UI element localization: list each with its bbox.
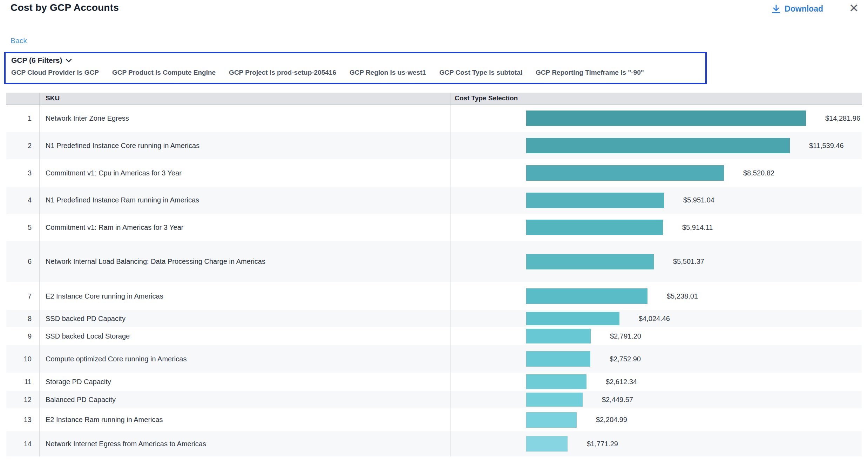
sku-label: N1 Predefined Instance Ram running in Am… [40, 187, 450, 214]
table-row[interactable]: 6 Network Internal Load Balancing: Data … [6, 241, 862, 282]
row-number: 6 [6, 241, 40, 282]
filter-chip[interactable]: GCP Region is us-west1 [350, 69, 426, 76]
table-row[interactable]: 2 N1 Predefined Instance Core running in… [6, 132, 862, 159]
cost-bar-cell: $5,238.01 [450, 282, 862, 310]
cost-value-label: $2,752.90 [610, 355, 641, 363]
row-number: 11 [6, 373, 40, 391]
row-number: 5 [6, 214, 40, 241]
download-button[interactable]: Download [772, 4, 823, 14]
table-row[interactable]: 13 E2 Instance Ram running in Americas $… [6, 408, 862, 431]
filter-panel: GCP (6 Filters) GCP Cloud Provider is GC… [4, 52, 707, 84]
table-row[interactable]: 8 SSD backed PD Capacity $4,024.46 [6, 310, 862, 327]
cost-bar[interactable] [526, 374, 586, 389]
table-row[interactable]: 7 E2 Instance Core running in Americas $… [6, 282, 862, 310]
sku-label: E2 Instance Core running in Americas [40, 282, 450, 310]
table-row[interactable]: 3 Commitment v1: Cpu in Americas for 3 Y… [6, 159, 862, 187]
table-header-sku[interactable]: SKU [40, 93, 450, 104]
cost-bar[interactable] [526, 165, 724, 181]
cost-value-label: $14,281.96 [825, 114, 860, 122]
table-body: 1 Network Inter Zone Egress $14,281.96 2… [6, 105, 862, 456]
row-number: 7 [6, 282, 40, 310]
cost-bar-cell: $2,752.90 [450, 345, 862, 373]
table-row[interactable]: 10 Compute optimized Core running in Ame… [6, 345, 862, 373]
table-row[interactable]: 12 Balanced PD Capacity $2,449.57 [6, 391, 862, 408]
download-label: Download [785, 4, 823, 14]
page-title: Cost by GCP Accounts [11, 2, 119, 13]
table-header-index [6, 93, 40, 104]
sku-label: Network Inter Zone Egress [40, 105, 450, 132]
cost-bar-cell: $2,204.99 [450, 408, 862, 431]
cost-bar-cell: $2,791.20 [450, 327, 862, 345]
cost-value-label: $11,539.46 [809, 142, 844, 150]
filter-chip[interactable]: GCP Product is Compute Engine [112, 69, 216, 76]
table-row[interactable]: 1 Network Inter Zone Egress $14,281.96 [6, 105, 862, 132]
table-header-cost-type[interactable]: Cost Type Selection [450, 94, 862, 102]
sku-label: SSD backed PD Capacity [40, 310, 450, 327]
table-row[interactable]: 5 Commitment v1: Ram in Americas for 3 Y… [6, 214, 862, 241]
filter-chip-list: GCP Cloud Provider is GCPGCP Product is … [11, 69, 700, 76]
row-number: 9 [6, 327, 40, 345]
sku-label: SSD backed Local Storage [40, 327, 450, 345]
cost-value-label: $2,204.99 [596, 416, 627, 424]
table-row[interactable]: 11 Storage PD Capacity $2,612.34 [6, 373, 862, 391]
cost-value-label: $5,914.11 [682, 223, 713, 232]
filter-summary-dropdown[interactable]: GCP (6 Filters) [11, 56, 700, 65]
cost-bar[interactable] [526, 329, 591, 343]
cost-bar[interactable] [526, 220, 663, 235]
sku-label: Compute optimized Core running in Americ… [40, 345, 450, 373]
cost-bar[interactable] [526, 254, 654, 269]
cost-bar-cell: $5,501.37 [450, 241, 862, 282]
cost-bar[interactable] [526, 111, 806, 126]
filter-chip[interactable]: GCP Reporting Timeframe is "-90" [536, 69, 644, 76]
cost-bar[interactable] [526, 412, 577, 428]
row-number: 12 [6, 391, 40, 408]
row-number: 2 [6, 132, 40, 159]
cost-value-label: $2,791.20 [610, 332, 641, 340]
filter-chip[interactable]: GCP Cloud Provider is GCP [11, 69, 99, 76]
cost-bar-cell: $5,914.11 [450, 214, 862, 241]
cost-bar-cell: $2,612.34 [450, 373, 862, 391]
cost-value-label: $5,501.37 [673, 258, 704, 266]
cost-bar-cell: $8,520.82 [450, 159, 862, 187]
row-number: 3 [6, 159, 40, 187]
row-number: 4 [6, 187, 40, 214]
cost-bar[interactable] [526, 193, 664, 208]
table-row[interactable]: 4 N1 Predefined Instance Ram running in … [6, 187, 862, 214]
cost-bar[interactable] [526, 288, 647, 304]
cost-bar[interactable] [526, 436, 568, 452]
sku-label: E2 Instance Ram running in Americas [40, 408, 450, 431]
close-icon[interactable]: ✕ [849, 2, 859, 14]
cost-value-label: $2,449.57 [602, 396, 633, 404]
table-row[interactable]: 14 Network Internet Egress from Americas… [6, 431, 862, 456]
cost-bar[interactable] [526, 138, 790, 153]
cost-value-label: $4,024.46 [639, 315, 670, 323]
back-link[interactable]: Back [11, 36, 27, 45]
filter-chip[interactable]: GCP Project is prod-setup-205416 [229, 69, 336, 76]
chevron-down-icon [66, 56, 72, 65]
row-number: 10 [6, 345, 40, 373]
row-number: 1 [6, 105, 40, 132]
row-number: 8 [6, 310, 40, 327]
sku-label: Network Internal Load Balancing: Data Pr… [40, 241, 450, 282]
filter-chip[interactable]: GCP Cost Type is subtotal [439, 69, 522, 76]
row-number: 13 [6, 408, 40, 431]
cost-bar-cell: $4,024.46 [450, 310, 862, 327]
cost-bar[interactable] [526, 312, 619, 325]
cost-bar-cell: $1,771.29 [450, 431, 862, 456]
cost-table: SKU Cost Type Selection 1 Network Inter … [6, 93, 862, 456]
filter-summary-label: GCP (6 Filters) [11, 56, 62, 65]
cost-bar[interactable] [526, 393, 583, 407]
cost-bar-cell: $5,951.04 [450, 187, 862, 214]
table-row[interactable]: 9 SSD backed Local Storage $2,791.20 [6, 327, 862, 345]
sku-label: Network Internet Egress from Americas to… [40, 431, 450, 456]
sku-label: N1 Predefined Instance Core running in A… [40, 132, 450, 159]
sku-label: Balanced PD Capacity [40, 391, 450, 408]
sku-label: Commitment v1: Ram in Americas for 3 Yea… [40, 214, 450, 241]
table-header-row: SKU Cost Type Selection [6, 93, 862, 105]
row-number: 14 [6, 431, 40, 456]
cost-bar[interactable] [526, 351, 590, 367]
cost-value-label: $5,238.01 [667, 292, 698, 300]
sku-label: Storage PD Capacity [40, 373, 450, 391]
download-icon [772, 5, 780, 14]
cost-value-label: $8,520.82 [743, 169, 774, 177]
